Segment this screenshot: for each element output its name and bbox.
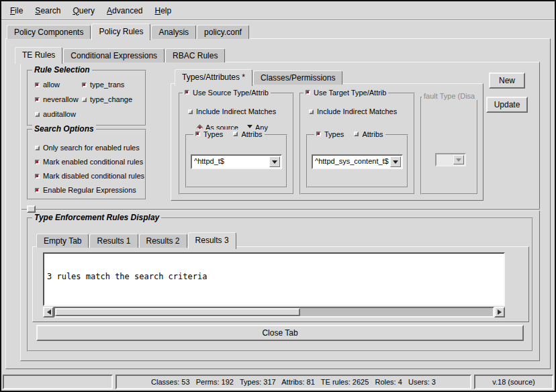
checkbox-use-target[interactable]: Use Target Type/Attrib	[306, 89, 386, 97]
default-type-combobox	[435, 153, 466, 166]
checkbox-target-include-indirect[interactable]: Include Indirect Matches	[309, 107, 397, 115]
tab-results-2[interactable]: Results 2	[139, 234, 187, 248]
results-hscrollbar	[43, 307, 505, 317]
menu-search[interactable]: Search	[29, 4, 66, 17]
status-stats: Classes: 53 Perms: 192 Types: 317 Attrib…	[151, 378, 436, 386]
tab-te-rules[interactable]: TE Rules	[15, 47, 62, 64]
version-label: v.18 (source)	[492, 378, 535, 386]
tab-classes-permissions[interactable]: Classes/Permissions	[253, 70, 342, 85]
tab-policy-rules[interactable]: Policy Rules	[91, 23, 150, 40]
tab-rbac-rules[interactable]: RBAC Rules	[165, 48, 225, 62]
rule-selection-title: Rule Selection	[32, 65, 92, 75]
scrollbar-trough[interactable]	[54, 307, 494, 317]
checkbox-label: allow	[43, 81, 60, 89]
checkbox-indicator	[82, 83, 87, 87]
default-type-dropdown-button	[453, 155, 464, 164]
checkbox-type-trans[interactable]: type_trans	[82, 81, 124, 89]
search-options-title: Search Options	[32, 124, 96, 134]
pane-sash-handle[interactable]	[27, 205, 36, 213]
checkbox-allow[interactable]: allow	[35, 81, 60, 89]
checkbox-indicator	[35, 146, 40, 150]
target-inner-title: Types Attribs	[314, 130, 385, 138]
menu-file[interactable]: File	[4, 4, 29, 17]
pane-divider	[21, 209, 540, 210]
checkbox-label: type_change	[90, 95, 132, 103]
checkbox-only-enabled-rules[interactable]: Only search for enabled rules	[35, 144, 140, 152]
tab-types-attributes[interactable]: Types/Attributes *	[175, 69, 252, 86]
arrow-right-icon	[498, 309, 504, 315]
source-type-input[interactable]: ^httpd_t$	[192, 156, 269, 168]
menu-advanced[interactable]: Advanced	[101, 4, 148, 17]
default-type-title: fault Type (Disa	[422, 92, 478, 100]
scroll-left-button[interactable]	[43, 307, 54, 317]
new-button[interactable]: New	[489, 72, 525, 89]
checkbox-label: Include Indirect Matches	[317, 107, 397, 115]
checkbox-indicator	[306, 90, 310, 95]
apol-window: File Search Query Advanced Help Policy C…	[0, 0, 556, 392]
update-button[interactable]: Update	[486, 97, 528, 113]
scrollbar-thumb[interactable]	[55, 308, 300, 316]
tab-conditional-expressions[interactable]: Conditional Expressions	[63, 48, 165, 62]
source-type-group: Use Source Type/Attrib Include Indirect …	[179, 93, 294, 195]
checkbox-label: type_trans	[90, 81, 124, 89]
checkbox-source-include-indirect[interactable]: Include Indirect Matches	[188, 107, 276, 115]
checkbox-neverallow[interactable]: neverallow	[35, 95, 79, 103]
checkbox-indicator	[188, 109, 193, 114]
tab-results-3[interactable]: Results 3	[188, 232, 236, 249]
tab-label: RBAC Rules	[173, 51, 218, 60]
type-attr-tab-bar: Types/Attributes * Classes/Permissions	[175, 69, 343, 85]
tab-label: Results 2	[146, 236, 180, 246]
tab-label: policy.conf	[204, 28, 242, 37]
tab-label: Results 1	[97, 236, 130, 246]
checkbox-indicator	[35, 188, 40, 193]
target-types-attribs-group: Types Attribs ^httpd_sys_content_t$	[306, 134, 408, 188]
checkbox-use-source[interactable]: Use Source Type/Attrib	[185, 89, 269, 97]
checkbox-target-attribs[interactable]: Attribs	[354, 130, 383, 138]
checkbox-source-attribs[interactable]: Attribs	[233, 130, 262, 138]
results-text[interactable]: 3 rules match the search criteria (5822)…	[43, 252, 505, 306]
checkbox-label: Only search for enabled rules	[43, 144, 140, 152]
scroll-right-button[interactable]	[494, 307, 505, 317]
source-type-dropdown-button[interactable]	[269, 156, 280, 167]
checkbox-auditallow[interactable]: auditallow	[35, 110, 76, 118]
checkbox-mark-enabled-conditional[interactable]: Mark enabled conditional rules	[35, 158, 143, 166]
tab-analysis[interactable]: Analysis	[151, 25, 196, 39]
checkbox-label: neverallow	[43, 95, 79, 103]
checkbox-enable-regex[interactable]: Enable Regular Expressions	[35, 186, 136, 194]
main-tab-bar: Policy Components Policy Rules Analysis …	[7, 23, 250, 39]
menubar: File Search Query Advanced Help	[1, 1, 555, 20]
status-segment-left	[3, 375, 113, 389]
target-type-dropdown-button[interactable]	[390, 156, 401, 167]
checkbox-indicator	[316, 132, 321, 136]
tab-policy-components[interactable]: Policy Components	[7, 25, 91, 39]
checkbox-type-change[interactable]: type_change	[82, 95, 132, 103]
checkbox-target-types[interactable]: Types	[316, 130, 344, 138]
menu-query[interactable]: Query	[66, 4, 101, 17]
checkbox-mark-disabled-conditional[interactable]: Mark disabled conditional rules	[35, 172, 144, 180]
tab-label: Analysis	[158, 28, 189, 37]
checkbox-indicator	[35, 174, 40, 179]
checkbox-indicator	[185, 90, 189, 95]
checkbox-indicator	[195, 132, 200, 136]
close-tab-button[interactable]: Close Tab	[36, 325, 524, 341]
tab-label: TE Rules	[22, 50, 55, 60]
tab-policy-conf[interactable]: policy.conf	[197, 25, 249, 39]
rule-selection-group: Rule Selection allow type_trans neverall…	[27, 70, 146, 126]
menu-help[interactable]: Help	[148, 4, 177, 17]
chevron-down-icon	[393, 160, 398, 166]
checkbox-label: Mark disabled conditional rules	[43, 172, 144, 180]
results-group-title: Type Enforcement Rules Display	[32, 213, 161, 222]
results-header: 3 rules match the search criteria	[47, 273, 501, 281]
checkbox-indicator	[354, 132, 359, 136]
tab-label: Policy Rules	[99, 27, 143, 36]
target-type-input[interactable]: ^httpd_sys_content_t$	[313, 156, 389, 168]
checkbox-label: Types	[324, 130, 344, 138]
rules-tab-bar: TE Rules Conditional Expressions RBAC Ru…	[15, 47, 226, 62]
tab-label: Policy Components	[14, 28, 83, 37]
checkbox-indicator	[82, 97, 87, 102]
chevron-down-icon	[456, 158, 461, 164]
tab-empty[interactable]: Empty Tab	[36, 234, 89, 248]
tab-label: Types/Attributes *	[182, 72, 245, 82]
checkbox-source-types[interactable]: Types	[195, 130, 223, 138]
tab-results-1[interactable]: Results 1	[89, 234, 138, 248]
